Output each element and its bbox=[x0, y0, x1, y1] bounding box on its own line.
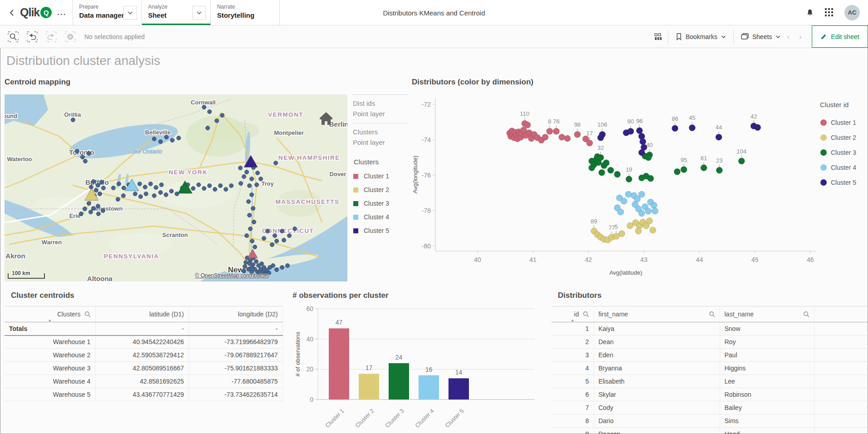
column-search-button[interactable] bbox=[709, 311, 715, 317]
column-search-button[interactable] bbox=[803, 311, 809, 317]
map-point[interactable] bbox=[83, 159, 88, 163]
map-point[interactable] bbox=[92, 180, 96, 184]
scatter-point[interactable] bbox=[639, 210, 645, 217]
scatter-point[interactable] bbox=[689, 124, 695, 131]
scatter-point[interactable] bbox=[619, 231, 625, 237]
scatter-point[interactable] bbox=[586, 140, 593, 146]
map-point[interactable] bbox=[159, 140, 163, 144]
table-cell[interactable]: 8 bbox=[551, 414, 594, 428]
scatter-point[interactable] bbox=[701, 165, 707, 171]
map-point[interactable] bbox=[239, 182, 243, 186]
map-point[interactable] bbox=[96, 204, 100, 208]
map-point[interactable] bbox=[89, 210, 93, 214]
next-sheet-button[interactable]: › bbox=[799, 32, 802, 42]
map-legend-item[interactable]: Cluster 4 bbox=[352, 210, 408, 224]
search-icon[interactable] bbox=[583, 311, 589, 317]
map-point[interactable] bbox=[224, 187, 228, 192]
map-point[interactable] bbox=[159, 191, 163, 195]
map-point[interactable] bbox=[249, 227, 253, 231]
scatter-point[interactable] bbox=[652, 208, 658, 214]
scatter-point[interactable] bbox=[639, 149, 645, 156]
map-layer-item[interactable]: Dist idsPoint layer bbox=[352, 94, 408, 123]
map-point[interactable] bbox=[243, 265, 247, 269]
table-cell[interactable]: 2 bbox=[551, 335, 594, 349]
map-point[interactable] bbox=[275, 239, 279, 243]
map-point[interactable] bbox=[250, 193, 254, 197]
map-point[interactable] bbox=[133, 192, 137, 196]
bookmarks-button[interactable]: Bookmarks bbox=[674, 33, 728, 40]
map-point[interactable] bbox=[122, 194, 126, 198]
map-point[interactable] bbox=[171, 138, 175, 143]
column-header-first_name[interactable]: first_name bbox=[594, 306, 720, 322]
map-point[interactable] bbox=[92, 207, 96, 211]
map-point[interactable] bbox=[138, 182, 142, 186]
map-point[interactable] bbox=[177, 136, 181, 140]
table-cell[interactable]: 9 bbox=[551, 428, 594, 434]
map-point[interactable] bbox=[197, 183, 201, 187]
column-header-id[interactable]: id▲ bbox=[551, 306, 594, 322]
map-point[interactable] bbox=[164, 193, 168, 197]
scatter-legend-item[interactable]: Cluster 5 bbox=[820, 179, 856, 186]
map-legend-item[interactable]: Cluster 1 bbox=[352, 169, 408, 183]
scatter-legend-item[interactable]: Cluster 1 bbox=[820, 119, 856, 126]
scatter-point[interactable] bbox=[628, 128, 634, 134]
scatter-point[interactable] bbox=[598, 134, 604, 141]
map-point[interactable] bbox=[208, 184, 212, 188]
map-point[interactable] bbox=[239, 166, 243, 170]
map-point[interactable] bbox=[255, 183, 259, 187]
map-point[interactable] bbox=[215, 119, 219, 123]
map-layer-item[interactable]: ClustersPoint layer bbox=[352, 123, 408, 152]
scatter-point[interactable] bbox=[738, 158, 745, 164]
scatter-point[interactable] bbox=[559, 134, 565, 140]
nav-dropdown-button[interactable] bbox=[123, 6, 137, 20]
map-point[interactable] bbox=[270, 243, 274, 247]
scatter-point[interactable] bbox=[626, 176, 632, 182]
qlik-logo[interactable]: Qlik Q bbox=[20, 6, 52, 19]
map-point[interactable] bbox=[144, 192, 148, 196]
map-point[interactable] bbox=[89, 185, 93, 189]
scatter-point[interactable] bbox=[716, 167, 722, 173]
bar[interactable] bbox=[419, 375, 439, 399]
map-point[interactable] bbox=[101, 209, 105, 213]
map-point[interactable] bbox=[102, 186, 106, 190]
map-point[interactable] bbox=[75, 149, 79, 153]
map-point[interactable] bbox=[206, 126, 210, 130]
map-point[interactable] bbox=[275, 268, 279, 272]
scatter-point[interactable] bbox=[639, 138, 646, 145]
map-point[interactable] bbox=[262, 237, 266, 241]
table-cell[interactable]: Warehouse 5 bbox=[5, 388, 95, 401]
column-search-button[interactable] bbox=[583, 311, 589, 317]
bar[interactable] bbox=[329, 328, 349, 399]
nav-analyze[interactable]: AnalyzeSheet bbox=[142, 0, 211, 25]
scatter-point[interactable] bbox=[649, 227, 656, 233]
scatter-point[interactable] bbox=[648, 175, 654, 182]
bar[interactable] bbox=[359, 374, 379, 399]
scatter-point[interactable] bbox=[635, 228, 642, 234]
scatter-point[interactable] bbox=[621, 198, 627, 204]
scatter-point[interactable] bbox=[589, 165, 595, 171]
map-point[interactable] bbox=[266, 229, 270, 233]
map-point[interactable] bbox=[83, 207, 87, 211]
bar[interactable] bbox=[389, 363, 409, 399]
map-point[interactable] bbox=[152, 137, 156, 141]
scatter-point[interactable] bbox=[608, 167, 614, 173]
table-cell[interactable]: 1 bbox=[551, 322, 594, 335]
map-point[interactable] bbox=[87, 152, 91, 156]
map-point[interactable] bbox=[116, 197, 120, 202]
map-point[interactable] bbox=[98, 192, 102, 196]
scatter-point[interactable] bbox=[755, 124, 761, 131]
table-cell[interactable]: Warehouse 2 bbox=[5, 349, 95, 362]
map-legend-item[interactable]: Cluster 2 bbox=[352, 183, 408, 197]
table-cell[interactable]: 3 bbox=[551, 349, 594, 362]
scatter-point[interactable] bbox=[639, 191, 645, 197]
map-point[interactable] bbox=[202, 105, 206, 109]
column-header-latitude (D1)[interactable]: latitude (D1) bbox=[95, 306, 189, 322]
map-point[interactable] bbox=[149, 182, 153, 186]
table-cell[interactable]: 6 bbox=[551, 388, 594, 401]
map-point[interactable] bbox=[253, 245, 257, 249]
scatter-point[interactable] bbox=[546, 128, 553, 134]
table-cell[interactable]: 4 bbox=[551, 362, 594, 375]
scatter-point[interactable] bbox=[645, 208, 652, 214]
map-point[interactable] bbox=[96, 183, 100, 187]
scatter-point[interactable] bbox=[636, 128, 643, 134]
